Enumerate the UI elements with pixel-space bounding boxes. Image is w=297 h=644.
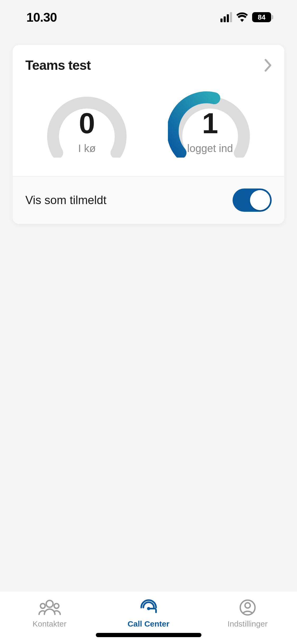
svg-point-0	[46, 600, 53, 607]
queue-value: 0	[79, 109, 95, 138]
logged-label: logget ind	[187, 142, 233, 154]
battery-percent: 84	[258, 13, 266, 21]
toggle-label: Vis som tilmeldt	[25, 194, 106, 207]
svg-point-2	[54, 604, 59, 608]
card-header[interactable]: Teams test	[13, 45, 284, 73]
logged-gauge: 1 logget ind	[165, 89, 255, 158]
battery-icon: 84	[252, 12, 273, 22]
team-card: Teams test 0 I kø	[13, 45, 284, 224]
tab-call-center-label: Call Center	[128, 619, 169, 628]
toggle-row: Vis som tilmeldt	[13, 176, 284, 224]
tab-settings-label: Indstillinger	[228, 619, 268, 628]
home-indicator[interactable]	[96, 633, 201, 637]
svg-point-1	[40, 604, 45, 608]
tab-contacts-label: Kontakter	[32, 619, 66, 628]
svg-point-5	[245, 603, 250, 608]
wifi-icon	[236, 12, 248, 22]
tab-contacts[interactable]: Kontakter	[0, 591, 99, 644]
tab-settings[interactable]: Indstillinger	[198, 591, 297, 644]
status-icons: 84	[220, 12, 273, 22]
logged-value: 1	[202, 109, 218, 138]
card-title: Teams test	[25, 58, 91, 73]
status-time: 10.30	[26, 10, 57, 25]
chevron-right-icon	[264, 59, 272, 72]
queue-gauge: 0 I kø	[42, 89, 132, 158]
status-bar: 10.30 84	[0, 0, 297, 34]
settings-icon	[239, 599, 256, 616]
gauges-container: 0 I kø 1 logget ind	[13, 73, 284, 176]
cellular-icon	[220, 12, 232, 22]
contacts-icon	[38, 599, 61, 616]
queue-label: I kø	[78, 142, 96, 154]
call-center-icon	[139, 599, 158, 616]
enrolled-toggle[interactable]	[233, 188, 272, 212]
